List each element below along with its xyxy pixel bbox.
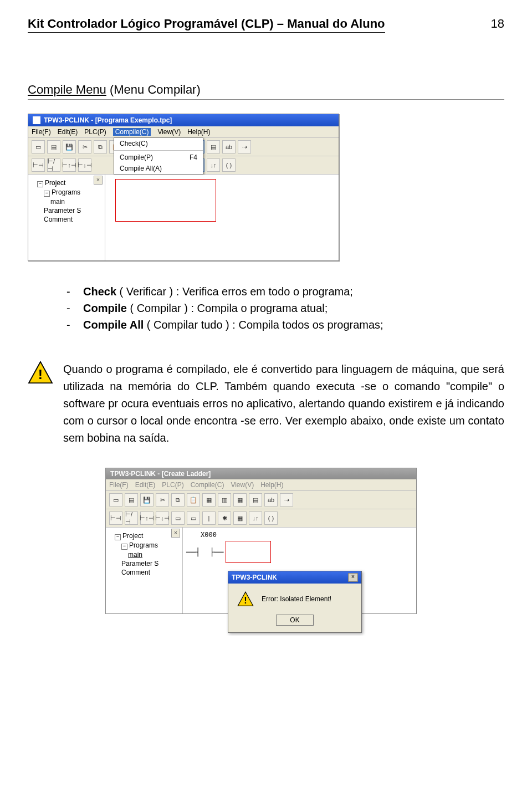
menu-edit[interactable]: Edit(E) xyxy=(135,481,156,489)
bullet-list: - Check ( Verificar ) : Verifica erros e… xyxy=(28,283,504,333)
ladder-coil-icon[interactable]: ( ) xyxy=(264,511,278,525)
menu-file[interactable]: File(F) xyxy=(109,481,129,489)
titlebar: TPW3-PCLINK - [Programa Exemplo.tpc] xyxy=(28,114,339,126)
note-text: Quando o programa é compilado, ele é con… xyxy=(63,361,504,447)
ladder-contact-no-icon[interactable]: ⊢⊣ xyxy=(32,158,45,172)
tree-main[interactable]: main xyxy=(128,551,142,559)
tb-save-icon[interactable]: 💾 xyxy=(140,493,154,507)
tb-btn-icon[interactable]: ⇢ xyxy=(280,493,293,507)
b2-bold: Compile xyxy=(83,302,127,314)
tb-open-icon[interactable]: ▤ xyxy=(47,140,60,154)
menubar2: File(F) Edit(E) PLC(P) Compile(C) View(V… xyxy=(106,479,416,491)
ladder-btn-icon[interactable]: ▭ xyxy=(187,511,200,525)
menu-plc[interactable]: PLC(P) xyxy=(162,481,183,489)
tree-parameter[interactable]: Parameter S xyxy=(121,560,158,567)
screenshot1-window: TPW3-PCLINK - [Programa Exemplo.tpc] Fil… xyxy=(28,114,339,261)
tree-comment[interactable]: Comment xyxy=(44,216,73,223)
tree-project[interactable]: Project xyxy=(122,532,143,540)
ladder-pulse-icon[interactable]: ⊢↑⊣ xyxy=(63,158,76,172)
tree-parameter[interactable]: Parameter S xyxy=(44,207,81,214)
menu-compile[interactable]: Compile(C) xyxy=(191,481,224,489)
tb-cut-icon[interactable]: ✂ xyxy=(156,493,169,507)
tree-programs[interactable]: Programs xyxy=(129,541,158,549)
ladder-contact-nc-icon[interactable]: ⊢/⊣ xyxy=(125,511,138,525)
ladder-btn-icon[interactable]: | xyxy=(202,511,216,525)
tb-cut-icon[interactable]: ✂ xyxy=(78,140,91,154)
b2-rest: ( Compilar ) : Compila o programa atual; xyxy=(127,302,328,314)
tb-btn-icon[interactable]: ab xyxy=(264,493,278,507)
menu-help[interactable]: Help(H) xyxy=(260,481,283,489)
page-number: 18 xyxy=(491,17,504,31)
tb-new-icon[interactable]: ▭ xyxy=(32,140,45,154)
ladder-btn-icon[interactable]: ↓↑ xyxy=(249,511,262,525)
tb-btn-icon[interactable]: ▤ xyxy=(207,140,220,154)
tree-close-icon[interactable]: × xyxy=(171,529,180,538)
tb-btn-icon[interactable]: ▥ xyxy=(218,493,231,507)
b3-rest: ( Compilar tudo ) : Compila todos os pro… xyxy=(144,319,383,331)
ladder-btn-icon[interactable]: ▦ xyxy=(233,511,247,525)
menu-help[interactable]: Help(H) xyxy=(187,128,210,136)
tree-collapse-icon[interactable]: − xyxy=(44,191,50,197)
menu-plc[interactable]: PLC(P) xyxy=(84,128,106,136)
menu-file[interactable]: File(F) xyxy=(32,128,51,136)
tb-copy-icon[interactable]: ⧉ xyxy=(94,140,107,154)
dialog-close-icon[interactable]: × xyxy=(348,573,358,582)
tb-btn-icon[interactable]: ▦ xyxy=(233,493,247,507)
ladder-btn-icon[interactable]: ↓↑ xyxy=(207,158,220,172)
tree-collapse-icon[interactable]: − xyxy=(115,534,121,540)
tree-comment[interactable]: Comment xyxy=(121,569,150,576)
project-tree: × −Project −Programs main Parameter S Co… xyxy=(28,175,105,260)
ladder-pulse-icon[interactable]: ⊢↑⊣ xyxy=(140,511,154,525)
ladder-contact-nc-icon[interactable]: ⊢/⊣ xyxy=(47,158,60,172)
dropdown-compile[interactable]: Compile(P)F4 xyxy=(114,152,203,163)
tb-btn-icon[interactable]: ab xyxy=(222,140,236,154)
tb-open-icon[interactable]: ▤ xyxy=(125,493,138,507)
ladder-btn-icon[interactable]: ✱ xyxy=(218,511,231,525)
ladder-btn-icon[interactable]: ▭ xyxy=(171,511,185,525)
tb-new-icon[interactable]: ▭ xyxy=(109,493,122,507)
tree-close-icon[interactable]: × xyxy=(94,176,103,185)
warning-icon: ! xyxy=(28,361,53,384)
tb-paste-icon[interactable]: 📋 xyxy=(187,493,200,507)
tb-save-icon[interactable]: 💾 xyxy=(63,140,76,154)
workspace2: × −Project −Programs main Parameter S Co… xyxy=(106,528,416,613)
tb-btn-icon[interactable]: ▤ xyxy=(249,493,262,507)
dialog-titlebar: TPW3-PCLINK × xyxy=(228,571,361,584)
screenshot2-window: TPW3-PCLINK - [Create Ladder] File(F) Ed… xyxy=(105,468,417,614)
window-title: TPW3-PCLINK - [Programa Exemplo.tpc] xyxy=(44,116,172,124)
dropdown-compile-all[interactable]: Compile All(A) xyxy=(114,163,203,174)
menu-edit[interactable]: Edit(E) xyxy=(58,128,78,136)
ladder-canvas[interactable] xyxy=(105,175,339,260)
tree-main[interactable]: main xyxy=(50,198,65,206)
tree-project[interactable]: Project xyxy=(45,179,65,187)
tree-collapse-icon[interactable]: − xyxy=(121,544,127,550)
app-icon xyxy=(33,116,40,124)
ladder-coil-icon[interactable]: ( ) xyxy=(222,158,236,172)
ladder-contact-no-icon[interactable]: ⊢⊣ xyxy=(109,511,122,525)
section-heading: Compile Menu (Menu Compilar) xyxy=(28,83,504,100)
error-highlight-rect xyxy=(115,179,216,222)
svg-text:!: ! xyxy=(38,367,43,382)
warning-icon: ! xyxy=(237,591,254,607)
tb-copy-icon[interactable]: ⧉ xyxy=(171,493,185,507)
tree-programs[interactable]: Programs xyxy=(52,188,80,196)
tree-collapse-icon[interactable]: − xyxy=(37,181,43,187)
doc-title: Kit Controlador Lógico Programável (CLP)… xyxy=(28,17,385,33)
tb-btn-icon[interactable]: ▦ xyxy=(202,493,216,507)
menu-compile[interactable]: Compile(C) xyxy=(113,128,151,136)
error-highlight-rect xyxy=(226,541,271,563)
tb-btn-icon[interactable]: ⇢ xyxy=(238,140,251,154)
toolbar2-row2: ⊢⊣ ⊢/⊣ ⊢↑⊣ ⊢↓⊣ ▭ ▭ | ✱ ▦ ↓↑ ( ) xyxy=(106,509,416,528)
ok-button[interactable]: OK xyxy=(276,615,313,626)
bullet-item: - Check ( Verificar ) : Verifica erros e… xyxy=(66,283,504,300)
dialog-message: Error: Isolated Element! xyxy=(262,595,331,603)
ladder-pulse-icon[interactable]: ⊢↓⊣ xyxy=(78,158,91,172)
dialog-title: TPW3-PCLINK xyxy=(232,574,277,581)
b3-bold: Compile All xyxy=(83,319,144,331)
dropdown-check[interactable]: Check(C) xyxy=(114,138,203,149)
menu-view[interactable]: View(V) xyxy=(157,128,181,136)
ladder-pulse-icon[interactable]: ⊢↓⊣ xyxy=(156,511,169,525)
error-dialog: TPW3-PCLINK × ! Error: Isolated Element!… xyxy=(228,571,362,633)
note-block: ! Quando o programa é compilado, ele é c… xyxy=(28,361,504,447)
menu-view[interactable]: View(V) xyxy=(231,481,254,489)
